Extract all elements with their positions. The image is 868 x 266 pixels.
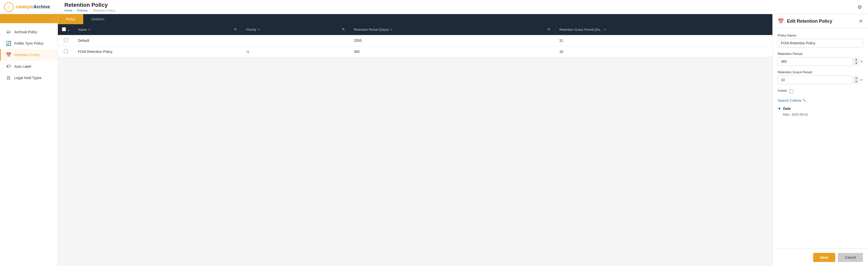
sidebar-item-retention-policy[interactable]: 📅 Retention Policy bbox=[0, 49, 58, 61]
col-retention-period-label: Retention Period (Days) bbox=[354, 28, 389, 31]
sidebar-item-auto-label[interactable]: 🏷 Auto Label bbox=[0, 61, 58, 72]
grace-period-up[interactable]: ▲ bbox=[854, 76, 859, 80]
tab-deletion[interactable]: Deletion bbox=[83, 14, 112, 24]
save-button[interactable]: Save bbox=[813, 253, 836, 262]
table-row: Default 2555 31 bbox=[58, 35, 772, 46]
col-priority: Priority ⇅ 🔍 bbox=[242, 24, 350, 35]
active-label: Active: bbox=[778, 89, 787, 92]
sidebar-item-archival-policy-label: Archival Policy bbox=[14, 30, 37, 34]
sidebar-item-archival-policy[interactable]: 🗂 Archival Policy bbox=[0, 26, 58, 37]
retention-period-label: Retention Period: bbox=[778, 52, 863, 56]
search-criteria-link[interactable]: Search Criteria ✏️ bbox=[778, 99, 863, 103]
row2-checkbox[interactable] bbox=[64, 49, 68, 53]
col-checkbox: ▼ bbox=[58, 24, 74, 35]
cancel-button[interactable]: Cancel bbox=[838, 253, 863, 262]
logo-part1: rotabyte bbox=[16, 4, 33, 9]
tabs: Policy Deletion bbox=[58, 14, 772, 24]
criteria-section: ▼ Date After: 2022-09-01 bbox=[778, 107, 863, 116]
col-retention-period: Retention Period (Days) ⇅ 🔍 bbox=[350, 24, 555, 35]
row2-name: FOIA Retention Policy bbox=[74, 46, 242, 57]
row2-retention-period: 365 bbox=[350, 46, 555, 57]
active-group: Active: bbox=[778, 89, 863, 94]
main-content: Policy Deletion ▼ Name ⇅ bbox=[58, 14, 868, 266]
row2-priority: -1 bbox=[242, 46, 350, 57]
policy-table: ▼ Name ⇅ 🔍 Priority ⇅ bbox=[58, 24, 772, 57]
col-name-label: Name bbox=[78, 28, 87, 31]
breadcrumb-policies[interactable]: Policies bbox=[77, 9, 88, 12]
sidebar-item-legal-hold-label: Legal Hold Types bbox=[14, 76, 41, 80]
criteria-header[interactable]: ▼ Date bbox=[778, 107, 863, 111]
retention-sort-icon[interactable]: ⇅ bbox=[390, 28, 392, 31]
table-area: Policy Deletion ▼ Name ⇅ bbox=[58, 14, 772, 266]
sidebar-item-auto-label-label: Auto Label bbox=[14, 64, 31, 69]
criteria-collapse-icon: ▼ bbox=[778, 107, 781, 111]
sidebar-item-folder-sync-label: Folder Sync Policy bbox=[14, 41, 43, 45]
name-filter-icon[interactable]: 🔍 bbox=[234, 28, 238, 31]
logo-text: rotabyteArchive bbox=[16, 4, 50, 9]
row1-checkbox[interactable] bbox=[64, 38, 68, 42]
header-actions: ⚙ bbox=[858, 4, 864, 10]
row1-name: Default bbox=[74, 35, 242, 46]
close-panel-button[interactable]: ✕ bbox=[859, 18, 863, 24]
row1-grace-period: 31 bbox=[555, 35, 772, 46]
retention-period-up[interactable]: ▲ bbox=[854, 58, 859, 61]
select-all-checkbox[interactable] bbox=[62, 27, 66, 31]
policy-name-label: Policy Name: bbox=[778, 33, 863, 37]
search-criteria-edit-icon[interactable]: ✏️ bbox=[803, 99, 806, 102]
name-sort-icon[interactable]: ⇅ bbox=[88, 28, 90, 31]
page-title: Retention Policy bbox=[64, 2, 858, 8]
legal-hold-icon: ⚖ bbox=[6, 75, 11, 81]
breadcrumb: Home › Policies › Retention Policy bbox=[64, 9, 858, 12]
sidebar: ‹ 🗂 Archival Policy 🔄 Folder Sync Policy… bbox=[0, 14, 58, 266]
grace-period-label: Retention Grace Period: bbox=[778, 70, 863, 74]
top-bar: ○ rotabyteArchive Retention Policy Home … bbox=[0, 0, 868, 14]
grace-period-wrap: ▲ ▼ ✕ bbox=[778, 76, 863, 84]
sidebar-item-folder-sync[interactable]: 🔄 Folder Sync Policy bbox=[0, 37, 58, 49]
sidebar-item-retention-policy-label: Retention Policy bbox=[14, 53, 40, 57]
grace-period-clear[interactable]: ✕ bbox=[860, 78, 863, 82]
priority-sort-icon[interactable]: ⇅ bbox=[258, 28, 260, 31]
grace-period-down[interactable]: ▼ bbox=[854, 80, 859, 84]
sidebar-item-legal-hold[interactable]: ⚖ Legal Hold Types bbox=[0, 72, 58, 84]
retention-period-down[interactable]: ▼ bbox=[854, 62, 859, 65]
tab-policy[interactable]: Policy bbox=[58, 14, 83, 24]
search-criteria-label: Search Criteria bbox=[778, 99, 801, 103]
grace-period-input[interactable] bbox=[778, 76, 852, 84]
logo-icon: ○ bbox=[4, 2, 13, 12]
priority-filter-icon[interactable]: 🔍 bbox=[342, 28, 346, 31]
sidebar-nav: 🗂 Archival Policy 🔄 Folder Sync Policy 📅… bbox=[0, 23, 58, 87]
col-grace-period: Retention Grace Period (Da... ⇅ bbox=[555, 24, 772, 35]
grace-period-spinner: ▲ ▼ bbox=[854, 76, 859, 84]
criteria-detail: After: 2022-09-01 bbox=[778, 113, 863, 116]
panel-header-icon: 📅 bbox=[778, 18, 784, 24]
logo-part2: Archive bbox=[33, 4, 50, 9]
logo: ○ rotabyteArchive bbox=[4, 2, 59, 12]
grace-sort-icon[interactable]: ⇅ bbox=[604, 28, 606, 31]
col-grace-period-label: Retention Grace Period (Da... bbox=[560, 28, 602, 31]
retention-policy-icon: 📅 bbox=[6, 52, 11, 58]
sidebar-toggle-icon: ‹ bbox=[53, 17, 55, 21]
retention-period-spinner: ▲ ▼ bbox=[854, 58, 859, 65]
panel-body: Policy Name: Retention Period: ▲ ▼ ✕ Ret… bbox=[773, 28, 868, 249]
grace-period-group: Retention Grace Period: ▲ ▼ ✕ bbox=[778, 70, 863, 84]
retention-period-input[interactable] bbox=[778, 57, 852, 66]
archival-policy-icon: 🗂 bbox=[6, 29, 11, 34]
settings-button[interactable]: ⚙ bbox=[858, 4, 862, 10]
policy-name-input[interactable] bbox=[778, 39, 863, 47]
right-panel: 📅 Edit Retention Policy ✕ Policy Name: R… bbox=[772, 14, 868, 266]
table-wrapper: ▼ Name ⇅ 🔍 Priority ⇅ bbox=[58, 24, 772, 266]
table-row: FOIA Retention Policy -1 365 10 bbox=[58, 46, 772, 57]
row1-priority bbox=[242, 35, 350, 46]
retention-period-clear[interactable]: ✕ bbox=[860, 59, 863, 64]
col-sort-icon: ▼ bbox=[67, 29, 70, 32]
header-main: Retention Policy Home › Policies › Reten… bbox=[59, 2, 858, 12]
col-priority-label: Priority bbox=[246, 28, 256, 31]
retention-period-group: Retention Period: ▲ ▼ ✕ bbox=[778, 52, 863, 66]
panel-header: 📅 Edit Retention Policy ✕ bbox=[773, 14, 868, 28]
breadcrumb-home[interactable]: Home bbox=[64, 9, 72, 12]
retention-filter-icon[interactable]: 🔍 bbox=[548, 28, 551, 31]
row1-retention-period: 2555 bbox=[350, 35, 555, 46]
criteria-section-label: Date bbox=[783, 107, 791, 111]
sidebar-toggle-button[interactable]: ‹ bbox=[0, 14, 58, 23]
active-checkbox[interactable] bbox=[789, 89, 794, 94]
